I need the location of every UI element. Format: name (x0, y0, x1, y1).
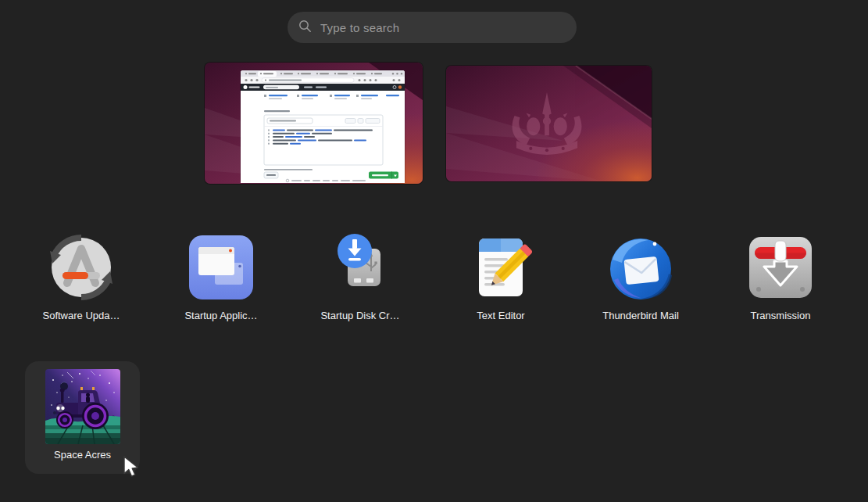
app-software-updater[interactable]: Software Upda… (23, 225, 140, 328)
startup-disk-creator-icon (323, 230, 398, 305)
search-bar[interactable]: Type to search (288, 12, 577, 43)
space-acres-icon (45, 369, 120, 444)
app-label: Thunderbird Mail (602, 310, 679, 321)
app-label: Space Acres (54, 449, 111, 461)
app-label: Software Upda… (43, 310, 120, 321)
startup-applications-icon (184, 230, 259, 305)
app-transmission[interactable]: Transmission (722, 225, 839, 328)
thunderbird-mail-icon (603, 230, 678, 305)
app-startup-disk-creator[interactable]: Startup Disk Cr… (302, 225, 419, 328)
text-editor-icon (463, 230, 538, 305)
search-icon (298, 20, 312, 36)
app-label: Transmission (751, 310, 811, 321)
app-thunderbird-mail[interactable]: Thunderbird Mail (582, 225, 699, 328)
workspace-1-preview (205, 63, 423, 184)
app-text-editor[interactable]: Text Editor (442, 225, 559, 328)
gnome-activities-overview: Type to search (0, 0, 868, 502)
workspace-thumbnail-2[interactable] (446, 66, 652, 181)
search-placeholder: Type to search (320, 21, 399, 34)
app-label: Startup Applic… (184, 310, 257, 321)
transmission-icon (743, 230, 818, 305)
firefox-window-thumbnail (241, 70, 405, 184)
app-label: Text Editor (477, 310, 524, 321)
software-updater-icon (44, 230, 119, 305)
mouse-cursor-arrow-icon (123, 456, 143, 478)
workspace-thumbnail-1[interactable] (205, 63, 423, 184)
app-startup-applications[interactable]: Startup Applic… (163, 225, 280, 328)
workspace-2-preview (446, 66, 652, 181)
app-label: Startup Disk Cr… (320, 310, 399, 321)
